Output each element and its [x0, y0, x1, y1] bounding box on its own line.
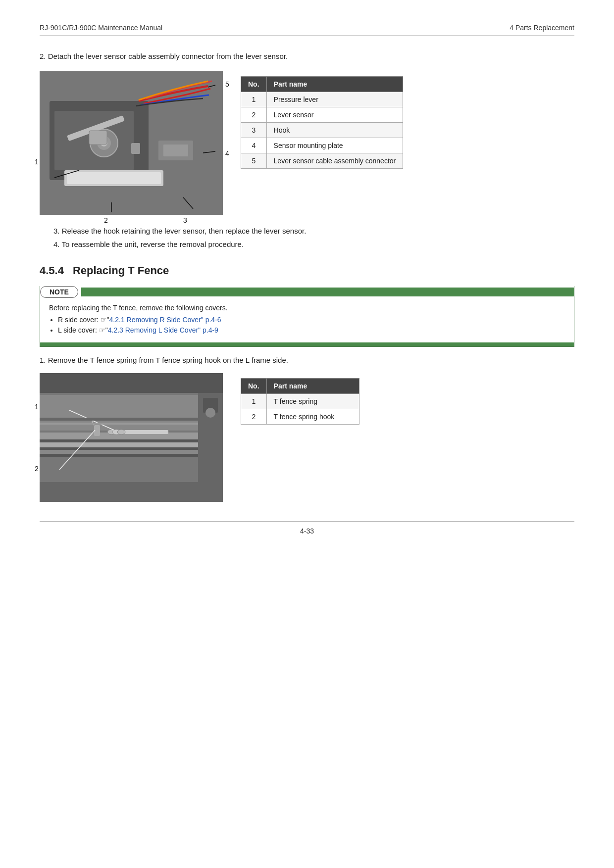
callout-label-2-b: 2 [35, 465, 39, 473]
header-left: RJ-901C/RJ-900C Maintenance Manual [40, 24, 162, 32]
svg-rect-23 [40, 450, 223, 454]
callout-label-3: 3 [183, 216, 187, 224]
note-bullet-r: R side cover: ☞"4.2.1 Removing R Side Co… [58, 316, 565, 324]
row-number: 2 [241, 409, 267, 425]
diagram1-svg [40, 71, 223, 215]
parts-table-2-container: No. Part name 1T fence spring2T fence sp… [241, 378, 359, 425]
note-bottom-bar [40, 342, 574, 346]
table-row: 2Lever sensor [241, 107, 403, 123]
note-content: Before replacing the T fence, remove the… [40, 298, 574, 342]
note-label: NOTE [40, 286, 78, 298]
header-right: 4 Parts Replacement [510, 24, 574, 32]
diagram2-svg [40, 373, 223, 502]
callout-label-2: 2 [104, 216, 108, 224]
diagram2-wrapper: 1 2 [40, 373, 223, 502]
callout-label-5: 5 [225, 80, 229, 88]
step2-text: 2. Detach the lever sensor cable assembl… [40, 52, 574, 60]
col-header-partname: Part name [266, 77, 403, 92]
svg-rect-33 [40, 418, 223, 421]
svg-rect-7 [67, 172, 161, 184]
row-partname: Lever sensor [266, 107, 403, 123]
svg-point-29 [117, 430, 125, 434]
row-partname: Lever sensor cable assembly connector [266, 153, 403, 169]
note-bullets: R side cover: ☞"4.2.1 Removing R Side Co… [58, 316, 565, 334]
page-header: RJ-901C/RJ-900C Maintenance Manual 4 Par… [40, 24, 574, 36]
row-number: 3 [241, 123, 267, 138]
page-number: 4-33 [300, 527, 314, 535]
step4: 4. To reassemble the unit, reverse the r… [53, 240, 574, 248]
note-green-bar [81, 288, 574, 296]
svg-rect-9 [131, 143, 140, 154]
col-header-partname-2: Part name [266, 379, 359, 394]
parts-table-2: No. Part name 1T fence spring2T fence sp… [241, 378, 359, 425]
note-icon-r: ☞ [101, 316, 107, 324]
row-partname: T fence spring [266, 394, 359, 409]
row-partname: Hook [266, 123, 403, 138]
page: RJ-901C/RJ-900C Maintenance Manual 4 Par… [0, 0, 614, 868]
svg-point-37 [205, 408, 215, 418]
svg-rect-10 [89, 131, 107, 145]
note-link-r[interactable]: 4.2.1 Removing R Side Cover" p.4-6 [109, 316, 221, 324]
table-row: 2T fence spring hook [241, 409, 359, 425]
svg-rect-17 [163, 145, 188, 156]
svg-rect-25 [40, 482, 223, 502]
row-partname: T fence spring hook [266, 409, 359, 425]
row-number: 2 [241, 107, 267, 123]
diagram1-image [40, 71, 223, 215]
table-row: 3Hook [241, 123, 403, 138]
note-box: NOTE Before replacing the T fence, remov… [40, 286, 574, 347]
row-partname: Pressure lever [266, 92, 403, 107]
section-454-heading: 4.5.4 Replacing T Fence [40, 264, 574, 277]
table-row: 1Pressure lever [241, 92, 403, 107]
table-row: 1T fence spring [241, 394, 359, 409]
steps-3-4: 3. Release the hook retaining the lever … [53, 227, 574, 248]
note-icon-l: ☞ [99, 326, 105, 334]
row-partname: Sensor mounting plate [266, 138, 403, 153]
callout-label-1: 1 [35, 158, 39, 166]
callout-label-1-b: 1 [35, 403, 39, 411]
diagram2-image [40, 373, 223, 502]
col-header-no-2: No. [241, 379, 267, 394]
col-header-no: No. [241, 77, 267, 92]
section454-step1-text: 1. Remove the T fence spring from T fenc… [40, 356, 574, 364]
table-row: 5Lever sensor cable assembly connector [241, 153, 403, 169]
row-number: 5 [241, 153, 267, 169]
row-number: 4 [241, 138, 267, 153]
row-number: 1 [241, 394, 267, 409]
step1-454-block: 1 2 No. Part name 1T fence spring2T fenc… [40, 373, 574, 502]
svg-rect-34 [40, 423, 223, 425]
note-link-l[interactable]: 4.2.3 Removing L Side Cover" p.4-9 [108, 326, 218, 334]
parts-table-1-container: No. Part name 1Pressure lever2Lever sens… [241, 76, 403, 169]
step2-block: 1 2 3 4 5 No. Part name 1Pressure lever2… [40, 71, 574, 215]
callout-label-4: 4 [225, 149, 229, 157]
table-row: 4Sensor mounting plate [241, 138, 403, 153]
note-bullet-l: L side cover: ☞"4.2.3 Removing L Side Co… [58, 326, 565, 334]
page-footer: 4-33 [40, 522, 574, 535]
svg-rect-22 [40, 442, 223, 447]
svg-rect-20 [40, 395, 223, 431]
note-header-row: NOTE [40, 286, 574, 298]
row-number: 1 [241, 92, 267, 107]
parts-table-1: No. Part name 1Pressure lever2Lever sens… [241, 76, 403, 169]
step3: 3. Release the hook retaining the lever … [53, 227, 574, 235]
